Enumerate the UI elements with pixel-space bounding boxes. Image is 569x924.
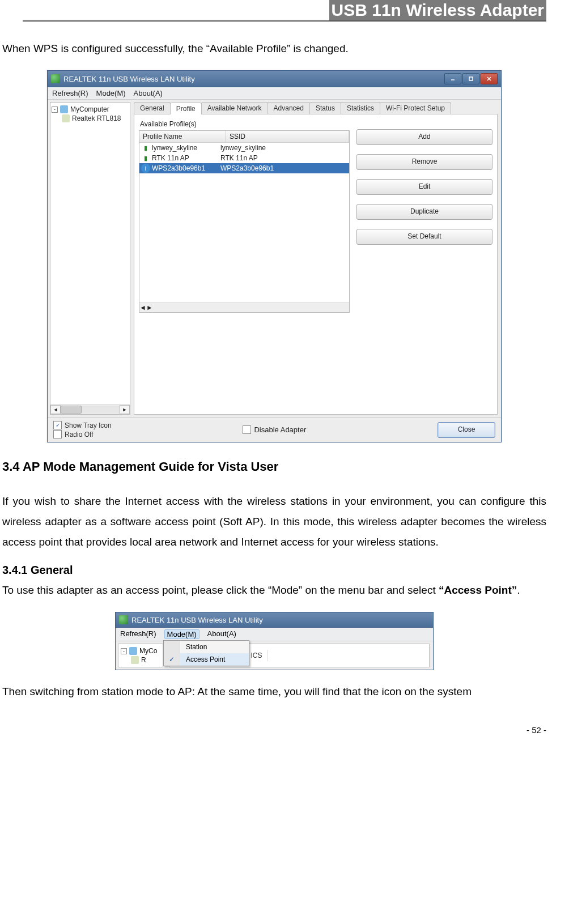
tab-content: Available Profile(s) Profile Name SSID ▮…	[134, 114, 498, 415]
profile-row[interactable]: ▮ lynwey_skyline lynwey_skyline	[139, 143, 349, 153]
doc-header-title: USB 11n Wireless Adapter	[329, 0, 546, 20]
tree-child-label: R	[141, 656, 146, 664]
scroll-left-icon[interactable]: ◄	[139, 304, 146, 312]
mode-dropdown: Station ✓ Access Point	[163, 640, 249, 666]
subsection-heading: 3.4.1 General	[2, 564, 546, 577]
tab-profile[interactable]: Profile	[170, 103, 202, 114]
menu-mode[interactable]: Mode(M)	[96, 89, 126, 97]
close-button[interactable]: Close	[438, 422, 495, 438]
disable-adapter-checkbox[interactable]: Disable Adapter	[243, 425, 306, 434]
disable-adapter-label: Disable Adapter	[254, 425, 306, 434]
add-button[interactable]: Add	[356, 129, 492, 145]
trailing-paragraph: Then switching from station mode to AP: …	[2, 682, 546, 702]
window-titlebar[interactable]: REALTEK 11n USB Wireless LAN Utility	[116, 612, 433, 628]
edit-button[interactable]: Edit	[356, 179, 492, 195]
mode-station-label: Station	[180, 643, 249, 651]
tree-hscrollbar[interactable]: ◄ ►	[50, 404, 130, 414]
info-icon: i	[141, 164, 150, 173]
mode-option-station[interactable]: Station	[164, 641, 249, 653]
checkbox-icon: ✓	[53, 421, 62, 429]
menu-about[interactable]: About(A)	[207, 629, 236, 639]
mode-menu-window: REALTEK 11n USB Wireless LAN Utility Ref…	[115, 612, 434, 670]
window-titlebar[interactable]: REALTEK 11n USB Wireless LAN Utility	[48, 71, 501, 87]
tab-statistics[interactable]: Statistics	[341, 102, 380, 114]
tab-advanced[interactable]: Advanced	[267, 102, 310, 114]
computer-icon	[129, 647, 137, 655]
remove-button[interactable]: Remove	[356, 154, 492, 170]
page-number: - 52 -	[2, 725, 546, 735]
ssid-cell: WPS2a3b0e96b1	[220, 164, 349, 172]
window-title: REALTEK 11n USB Wireless LAN Utility	[63, 75, 195, 83]
app-icon	[119, 615, 128, 624]
signal-icon: ▮	[141, 154, 150, 163]
scroll-thumb[interactable]	[61, 406, 82, 414]
profile-row-selected[interactable]: i WPS2a3b0e96b1 WPS2a3b0e96b1	[139, 163, 349, 173]
check-icon: ✓	[164, 653, 180, 666]
profile-name-cell: WPS2a3b0e96b1	[152, 164, 220, 172]
tree-collapse-icon[interactable]: -	[121, 648, 127, 654]
menu-bar: Refresh(R) Mode(M) About(A) Station ✓ Ac…	[116, 628, 433, 641]
tab-general[interactable]: General	[134, 102, 171, 114]
mode-ap-label: Access Point	[180, 655, 249, 663]
radio-off-checkbox[interactable]: Radio Off	[53, 430, 112, 438]
duplicate-button[interactable]: Duplicate	[356, 204, 492, 220]
profile-name-cell: lynwey_skyline	[152, 144, 220, 152]
ssid-cell: lynwey_skyline	[220, 144, 349, 152]
app-icon	[51, 74, 60, 83]
subsection-body: To use this adapter as an access point, …	[2, 580, 546, 601]
tab-status[interactable]: Status	[309, 102, 341, 114]
tree-child-node[interactable]: Realtek RTL818	[52, 114, 129, 123]
col-profile-name[interactable]: Profile Name	[139, 131, 226, 142]
section-heading: 3.4 AP Mode Management Guide for Vista U…	[2, 459, 546, 474]
maximize-button[interactable]	[462, 73, 479, 84]
bottom-bar: ✓ Show Tray Icon Radio Off Disable Adapt…	[48, 417, 501, 442]
profile-row[interactable]: ▮ RTK 11n AP RTK 11n AP	[139, 153, 349, 163]
svg-rect-1	[469, 77, 473, 80]
scroll-right-icon[interactable]: ►	[146, 304, 153, 312]
check-icon	[164, 641, 180, 653]
available-profiles-label: Available Profile(s)	[140, 120, 350, 128]
set-default-button[interactable]: Set Default	[356, 229, 492, 245]
menu-mode-open[interactable]: Mode(M)	[164, 629, 199, 639]
tree-root-label: MyCo	[139, 647, 157, 655]
utility-window: REALTEK 11n USB Wireless LAN Utility Ref…	[47, 70, 502, 442]
tab-bar: General Profile Available Network Advanc…	[134, 102, 498, 114]
menu-refresh[interactable]: Refresh(R)	[120, 629, 156, 639]
computer-icon	[60, 105, 68, 113]
col-ssid[interactable]: SSID	[226, 131, 349, 142]
menu-refresh[interactable]: Refresh(R)	[52, 89, 88, 97]
radio-off-label: Radio Off	[65, 431, 93, 438]
intro-paragraph: When WPS is configured successfully, the…	[2, 39, 546, 59]
profile-hscrollbar[interactable]: ◄ ►	[139, 303, 349, 312]
profile-list: Profile Name SSID ▮ lynwey_skyline lynwe…	[139, 130, 350, 313]
mode-option-access-point[interactable]: ✓ Access Point	[164, 653, 249, 666]
tree-collapse-icon[interactable]: -	[52, 107, 58, 113]
show-tray-checkbox[interactable]: ✓ Show Tray Icon	[53, 421, 112, 429]
tree-root-label: MyComputer	[70, 105, 109, 113]
adapter-icon	[62, 114, 70, 122]
minimize-button[interactable]	[444, 73, 461, 84]
menu-bar: Refresh(R) Mode(M) About(A)	[48, 87, 501, 100]
close-window-button[interactable]	[481, 73, 498, 84]
section-body: If you wish to share the Internet access…	[2, 491, 546, 552]
profile-name-cell: RTK 11n AP	[152, 154, 220, 162]
tab-wps[interactable]: Wi-Fi Protect Setup	[380, 102, 451, 114]
checkbox-icon	[243, 425, 251, 434]
signal-icon: ▮	[141, 143, 150, 152]
device-tree-pane: - MyComputer Realtek RTL818 ◄ ►	[50, 102, 130, 415]
menu-about[interactable]: About(A)	[134, 89, 163, 97]
window-title: REALTEK 11n USB Wireless LAN Utility	[131, 616, 263, 624]
scroll-right-icon[interactable]: ►	[120, 405, 130, 414]
device-tree-stub: - MyCo R	[118, 644, 163, 667]
checkbox-icon	[53, 430, 62, 438]
tree-child-label: Realtek RTL818	[72, 114, 121, 122]
adapter-icon	[131, 656, 139, 664]
ssid-cell: RTK 11n AP	[220, 154, 349, 162]
tab-available-network[interactable]: Available Network	[201, 102, 268, 114]
scroll-left-icon[interactable]: ◄	[50, 405, 61, 414]
tree-root-node[interactable]: - MyComputer	[52, 105, 129, 114]
show-tray-label: Show Tray Icon	[65, 421, 112, 429]
